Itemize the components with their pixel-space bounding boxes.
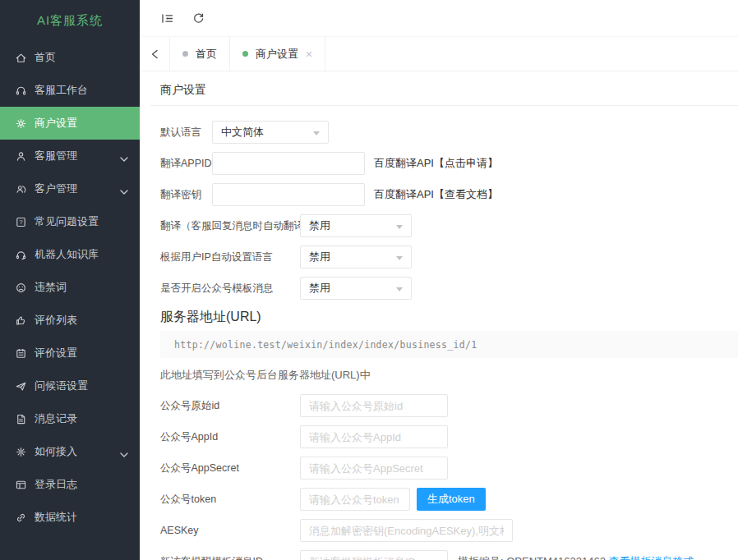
sidebar-item-message-records[interactable]: 消息记录 [0, 402, 140, 435]
field-label: 是否开启公众号模板消息 [160, 282, 300, 296]
sidebar: AI客服系统 首页 客服工作台 商户设置 客服管理 客户管理 [0, 0, 140, 560]
tab-label: 商户设置 [256, 47, 298, 62]
field-label: 新访客提醒模板消息ID [160, 555, 300, 560]
sidebar-item-merchant-settings[interactable]: 商户设置 [0, 107, 140, 140]
form-row-token: 公众号token 生成token [160, 488, 738, 511]
sidebar-item-label: 机器人知识库 [35, 247, 99, 262]
tab-status-dot [242, 51, 248, 57]
field-label: AESKey [160, 525, 300, 536]
new-visitor-template-id-input[interactable] [300, 550, 448, 560]
sidebar-item-faq-settings[interactable]: ? 常见问题设置 [0, 205, 140, 238]
field-label: 翻译（客服回复消息时自动翻译） [160, 219, 300, 233]
sidebar-item-label: 评价列表 [35, 313, 77, 328]
template-message-select[interactable]: 禁用 [300, 277, 412, 300]
sidebar-menu: 首页 客服工作台 商户设置 客服管理 客户管理 ? [0, 41, 140, 534]
form-row-appsecret: 公众号AppSecret [160, 457, 738, 480]
sidebar-item-label: 问候语设置 [35, 379, 88, 393]
sidebar-item-robot-knowledge[interactable]: 机器人知识库 [0, 238, 140, 271]
content-panel: 商户设置 默认语言 中文简体 翻译APPID 百度翻译API【点击申请】 翻译密… [140, 71, 738, 560]
translate-appid-input[interactable] [212, 152, 365, 175]
sidebar-item-how-to-connect[interactable]: 如何接入 [0, 435, 140, 468]
user-icon [14, 149, 27, 163]
generate-token-button[interactable]: 生成token [417, 488, 486, 511]
translate-auto-select[interactable]: 禁用 [300, 214, 412, 237]
field-label: 公众号AppId [160, 430, 300, 444]
baidu-api-docs-link[interactable]: 百度翻译API【查看文档】 [374, 187, 498, 202]
ip-language-select[interactable]: 禁用 [300, 246, 412, 269]
sidebar-item-label: 违禁词 [35, 280, 67, 295]
main-area: 首页 商户设置 × 商户设置 默认语言 中文简体 翻译APPID [140, 0, 738, 560]
view-template-format-link[interactable]: 查看模板消息格式 [609, 555, 694, 560]
default-language-select[interactable]: 中文简体 [212, 121, 329, 144]
tab-label: 首页 [196, 47, 217, 62]
sidebar-item-label: 数据统计 [35, 510, 77, 525]
sidebar-item-home[interactable]: 首页 [0, 41, 140, 74]
send-icon [14, 379, 27, 392]
sidebar-item-banned-words[interactable]: 违禁词 [0, 271, 140, 304]
form-row-translate-key: 翻译密钥 百度翻译API【查看文档】 [160, 183, 738, 206]
tab-merchant-settings[interactable]: 商户设置 × [230, 37, 325, 71]
field-label: 公众号token [160, 493, 300, 507]
sidebar-item-rating-list[interactable]: 评价列表 [0, 304, 140, 337]
server-url-heading: 服务器地址(URL) [160, 308, 738, 326]
tab-bar: 首页 商户设置 × [140, 37, 738, 71]
tab-home[interactable]: 首页 [170, 37, 230, 71]
question-file-icon: ? [14, 215, 27, 228]
headset-icon [14, 84, 27, 97]
form-row-original-id: 公众号原始id [160, 394, 738, 417]
sidebar-item-label: 客服工作台 [35, 83, 88, 98]
sidebar-item-label: 常见问题设置 [35, 214, 99, 229]
server-url-value: http://woline.test/weixin/index/index/bu… [174, 339, 477, 351]
server-url-block: http://woline.test/weixin/index/index/bu… [160, 331, 738, 358]
field-label: 公众号AppSecret [160, 461, 300, 475]
sidebar-item-label: 如何接入 [35, 444, 77, 459]
sidebar-item-label: 评价设置 [35, 346, 77, 360]
field-label: 公众号原始id [160, 399, 300, 413]
form-row-translate-auto: 翻译（客服回复消息时自动翻译） 禁用 [160, 214, 738, 237]
template-number-text: 模板编号: OPENTM416331462 [458, 555, 606, 560]
sidebar-item-agent-management[interactable]: 客服管理 [0, 140, 140, 172]
baidu-api-apply-link[interactable]: 百度翻译API【点击申请】 [374, 156, 498, 171]
merchant-settings-form: 默认语言 中文简体 翻译APPID 百度翻译API【点击申请】 翻译密钥 百度翻… [150, 106, 738, 560]
official-account-appsecret-input[interactable] [300, 457, 448, 480]
server-url-note: 此地址填写到公众号后台服务器地址(URL)中 [160, 368, 738, 383]
window-icon [14, 478, 27, 491]
sidebar-item-data-statistics[interactable]: 数据统计 [0, 501, 140, 534]
top-toolbar [140, 0, 738, 37]
thumbs-up-icon [14, 314, 27, 327]
file-icon [14, 412, 27, 425]
refresh-icon[interactable] [182, 0, 214, 36]
official-account-original-id-input[interactable] [300, 394, 448, 417]
app-logo: AI客服系统 [0, 0, 140, 41]
selected-value: 禁用 [309, 281, 330, 296]
form-row-appid: 公众号AppId [160, 425, 738, 448]
gear-icon [14, 117, 27, 130]
close-icon[interactable]: × [306, 48, 312, 60]
field-label: 翻译密钥 [160, 188, 212, 202]
chevron-down-icon [120, 448, 128, 455]
sidebar-item-rating-settings[interactable]: 评价设置 [0, 337, 140, 370]
translate-key-input[interactable] [212, 183, 365, 206]
form-row-template-message: 是否开启公众号模板消息 禁用 [160, 277, 738, 300]
sidebar-item-greeting-settings[interactable]: 问候语设置 [0, 370, 140, 402]
form-row-ip-language: 根据用户IP自动设置语言 禁用 [160, 246, 738, 269]
sidebar-item-customer-management[interactable]: 客户管理 [0, 172, 140, 205]
page-title: 商户设置 [150, 71, 738, 106]
chevron-left-icon [150, 49, 159, 59]
sidebar-item-label: 商户设置 [35, 116, 77, 131]
collapse-menu-icon[interactable] [151, 0, 182, 36]
plug-icon [14, 445, 27, 458]
official-account-appid-input[interactable] [300, 425, 448, 448]
sidebar-item-workbench[interactable]: 客服工作台 [0, 74, 140, 107]
form-row-new-visitor-template: 新访客提醒模板消息ID 模板编号: OPENTM416331462 查看模板消息… [160, 550, 738, 560]
selected-value: 中文简体 [221, 125, 264, 140]
official-account-token-input[interactable] [300, 488, 410, 511]
form-row-translate-appid: 翻译APPID 百度翻译API【点击申请】 [160, 152, 738, 175]
tab-scroll-left-button[interactable] [140, 37, 170, 71]
sidebar-item-login-logs[interactable]: 登录日志 [0, 468, 140, 501]
field-label: 根据用户IP自动设置语言 [160, 250, 300, 264]
aeskey-input[interactable] [300, 519, 513, 542]
home-icon [14, 51, 27, 64]
template-number-note: 模板编号: OPENTM416331462 查看模板消息格式 [458, 554, 694, 560]
field-label: 默认语言 [160, 126, 212, 140]
